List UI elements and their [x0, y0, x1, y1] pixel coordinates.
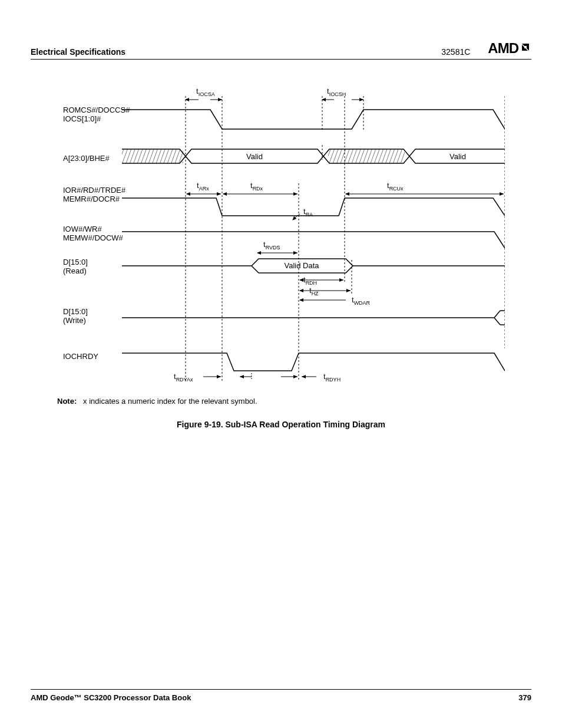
t-rdyax-label: tRDYAx — [174, 372, 193, 383]
t-wdar-label: tWDAR — [352, 295, 371, 306]
iow-label-1: IOW#/WR# — [63, 225, 102, 233]
footer-page-number: 379 — [518, 693, 531, 702]
footer-book-title: AMD Geode™ SC3200 Processor Data Book — [31, 693, 191, 702]
iochrdy-label: IOCHRDY — [63, 352, 98, 361]
d-write-label-1: D[15:0] — [63, 307, 88, 316]
amd-arrow-icon — [520, 40, 531, 57]
d-read-label-1: D[15:0] — [63, 258, 88, 266]
section-title: Electrical Specifications — [31, 47, 125, 57]
t-rdh-label: tRDH — [303, 275, 317, 286]
t-arx-label: tARx — [197, 181, 209, 192]
note-text: x indicates a numeric index for the rele… — [83, 397, 257, 406]
svg-rect-13 — [122, 149, 183, 163]
addr-waveform: Valid Valid — [122, 149, 505, 163]
d-write-label-2: (Write) — [63, 316, 86, 325]
t-rdyh-label: tRDYH — [323, 372, 340, 383]
svg-text:Valid: Valid — [246, 152, 263, 161]
t-rdx-label: tRDx — [250, 181, 263, 192]
addr-label: A[23:0]/BHE# — [63, 154, 110, 163]
timing-diagram: tIOCSA tIOCSH ROMCS#/DOCCS# IOCS[1:0]# A… — [57, 83, 505, 429]
t-rvds-label: tRVDS — [263, 240, 280, 251]
svg-rect-15 — [328, 149, 405, 163]
romcs-label-1: ROMCS#/DOCCS# — [63, 106, 130, 114]
t-iocsa-label: tIOCSA — [196, 87, 215, 97]
valid-data-label: Valid Data — [284, 261, 319, 270]
document-number: 32581C — [441, 47, 470, 57]
d-read-label-2: (Read) — [63, 266, 87, 275]
t-hz-label: tHZ — [309, 286, 319, 297]
amd-logo: AMD — [488, 40, 531, 57]
diagram-note: Note: x indicates a numeric index for th… — [57, 397, 505, 406]
t-rcux-label: tRCUx — [387, 181, 404, 192]
svg-text:Valid: Valid — [449, 152, 466, 161]
page-header: Electrical Specifications 32581C AMD — [31, 40, 531, 60]
figure-caption: Figure 9-19. Sub-ISA Read Operation Timi… — [57, 420, 505, 429]
iow-label-2: MEMW#/DOCW# — [63, 233, 124, 242]
t-iocsh-label: tIOCSH — [327, 87, 346, 97]
ior-label-2: MEMR#/DOCR# — [63, 195, 120, 203]
ior-label-1: IOR#/RD#/TRDE# — [63, 186, 126, 195]
note-label: Note: — [57, 397, 77, 406]
romcs-label-2: IOCS[1:0]# — [63, 114, 101, 123]
page-footer: AMD Geode™ SC3200 Processor Data Book 37… — [31, 689, 531, 702]
